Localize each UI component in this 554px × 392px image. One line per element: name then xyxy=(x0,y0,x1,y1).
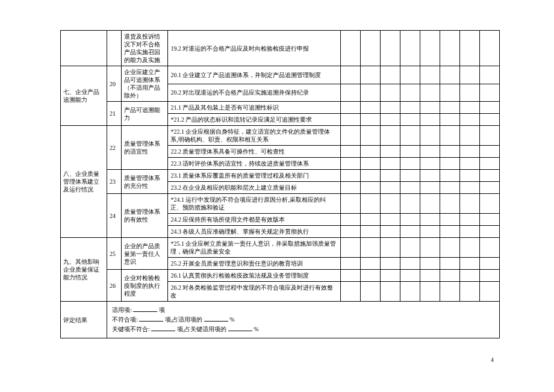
cell-check xyxy=(459,102,479,114)
cell-check xyxy=(360,194,380,214)
cell-sub: 企业应建立产品可追溯体系（不适用产品除外） xyxy=(122,66,168,102)
result-text: 关键项不符合: xyxy=(112,326,150,332)
result-label: 评定结果 xyxy=(61,302,107,338)
cell-check xyxy=(440,66,459,84)
cell-check xyxy=(380,282,400,302)
cell-check xyxy=(420,182,440,194)
cell-check xyxy=(340,194,360,214)
cell-check xyxy=(340,258,360,270)
cell-detail: 24.3 各级人员应准确理解、掌握有关规定并贯彻执行 xyxy=(168,226,340,238)
cell-check xyxy=(400,226,420,238)
cell-check xyxy=(440,31,459,66)
table-row: 24 质量管理体系的有效性 *24.1 运行中发现的不符合项应进行原因分析,采取… xyxy=(61,194,500,214)
cell-check xyxy=(459,194,479,214)
cell-sub: 企业的产品质量第一责任人意识 xyxy=(122,238,168,270)
cell-check xyxy=(479,84,499,102)
cell-check xyxy=(340,214,360,226)
cell-check xyxy=(459,226,479,238)
cell-check xyxy=(459,126,479,146)
assessment-table: 退货及投诉情况下对不合格产品实施召回的能力及实施 19.2 对退运的不合格产品应… xyxy=(60,30,500,338)
cell-check xyxy=(440,226,459,238)
cell-check xyxy=(479,226,499,238)
cell-check xyxy=(360,182,380,194)
cell-detail: 23.2 在企业及相应的职能和层次上建立质量目标 xyxy=(168,182,340,194)
cell-detail: 20.1 企业建立了产品追溯体系，并制定产品追溯管理制度 xyxy=(168,66,340,84)
cell-check xyxy=(459,158,479,170)
cell-check xyxy=(420,126,440,146)
result-text: 项,占适用项的 xyxy=(165,316,203,323)
cell-check xyxy=(380,226,400,238)
cell-check xyxy=(479,102,499,114)
cell-check xyxy=(420,146,440,158)
cell-check xyxy=(420,66,440,84)
cell-check xyxy=(380,238,400,258)
table-row: 七、企业产品追溯能力 20 企业应建立产品可追溯体系（不适用产品除外） 20.1… xyxy=(61,66,500,84)
cell-check xyxy=(479,238,499,258)
cell-check xyxy=(420,31,440,66)
cell-detail: 26.2 对各类检验监管过程中发现的不符合项应及时进行有效整改 xyxy=(168,282,340,302)
cell-detail: *25.1 企业应树立质量第一责任人意识，并采取措施加强质量管理，确保产品质量安… xyxy=(168,238,340,258)
cell-check xyxy=(420,194,440,214)
cell-check xyxy=(440,182,459,194)
cell-detail: 24.2 应保持所有场所使用文件都是有效版本 xyxy=(168,214,340,226)
cell-check xyxy=(400,146,420,158)
cell-section-prev xyxy=(61,31,107,66)
cell-check xyxy=(420,102,440,114)
cell-check xyxy=(479,126,499,146)
cell-check xyxy=(340,182,360,194)
cell-check xyxy=(400,270,420,282)
cell-detail: 26.1 认真贯彻执行检验检疫政策法规及业务管理制度 xyxy=(168,270,340,282)
section-title: 八、企业质量管理体系建立及运行情况 xyxy=(61,126,107,238)
cell-check xyxy=(459,214,479,226)
table-row: 退货及投诉情况下对不合格产品实施召回的能力及实施 19.2 对退运的不合格产品应… xyxy=(61,31,500,66)
cell-check xyxy=(360,238,380,258)
cell-check xyxy=(380,66,400,84)
cell-check xyxy=(459,84,479,102)
cell-check xyxy=(420,238,440,258)
cell-num: 22 xyxy=(107,126,122,170)
cell-check xyxy=(479,270,499,282)
cell-check xyxy=(360,158,380,170)
cell-check xyxy=(400,114,420,126)
cell-check xyxy=(459,282,479,302)
cell-check xyxy=(380,214,400,226)
cell-check xyxy=(459,170,479,182)
cell-check xyxy=(400,102,420,114)
cell-detail: 22.3 适时评价体系的适宜性，持续改进质量管理体系 xyxy=(168,158,340,170)
blank-field xyxy=(204,316,228,322)
table-row: 21 产品可追溯能力 21.1 产品及其包装上是否有可追溯性标识 xyxy=(61,102,500,114)
cell-check xyxy=(400,258,420,270)
cell-num: 25 xyxy=(107,238,122,270)
table-row: 26 企业对检验检疫制度的执行程度 26.1 认真贯彻执行检验检疫政策法规及业务… xyxy=(61,270,500,282)
cell-check xyxy=(459,146,479,158)
result-text: 适用项: xyxy=(112,306,132,313)
table-row: 八、企业质量管理体系建立及运行情况 22 质量管理体系的适宜性 *22.1 企业… xyxy=(61,126,500,146)
cell-check xyxy=(440,102,459,114)
result-text: 项,占关键适用项的 xyxy=(177,326,227,332)
cell-detail: 21.1 产品及其包装上是否有可追溯性标识 xyxy=(168,102,340,114)
cell-check xyxy=(440,146,459,158)
cell-check xyxy=(360,102,380,114)
cell-sub: 质量管理体系的适宜性 xyxy=(122,126,168,170)
cell-check xyxy=(479,182,499,194)
cell-check xyxy=(440,270,459,282)
cell-detail: 22.2 质量管理体系具备可操作性、可检查性 xyxy=(168,146,340,158)
cell-check xyxy=(459,182,479,194)
table-row: 23 质量管理体系的充分性 23.1 质量体系应覆盖所有的质量管理过程及相关部门 xyxy=(61,170,500,182)
cell-check xyxy=(420,114,440,126)
cell-check xyxy=(360,126,380,146)
cell-check xyxy=(400,158,420,170)
cell-detail: *22.1 企业应根据自身特征，建立适宜的文件化的质量管理体系,明确机构、职责、… xyxy=(168,126,340,146)
cell-check xyxy=(479,66,499,84)
cell-check xyxy=(380,270,400,282)
cell-check xyxy=(440,84,459,102)
cell-check xyxy=(380,126,400,146)
result-text: 不符合项: xyxy=(112,316,138,323)
cell-check xyxy=(420,214,440,226)
cell-check xyxy=(459,66,479,84)
cell-num: 20 xyxy=(107,66,122,102)
cell-detail: 20.2 对出现退运的不合格产品应实施追溯并保持纪录 xyxy=(168,84,340,102)
cell-check xyxy=(340,270,360,282)
page-number: 4 xyxy=(60,356,500,363)
cell-check xyxy=(360,146,380,158)
